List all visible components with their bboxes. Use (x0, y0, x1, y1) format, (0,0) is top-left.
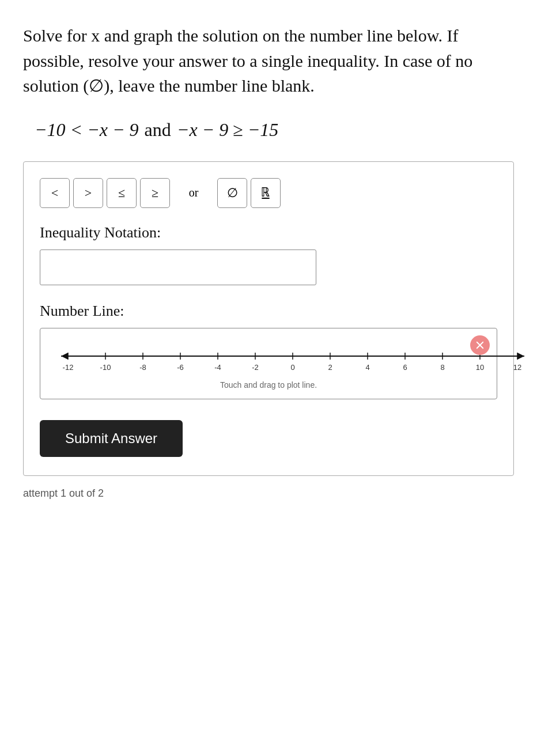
svg-text:10: 10 (476, 363, 484, 372)
number-line-svg[interactable]: -12 -10 -8 -6 -4 -2 0 2 4 6 8 10 12 (51, 339, 486, 376)
real-numbers-button[interactable]: ℝ (251, 178, 281, 208)
svg-text:6: 6 (403, 363, 407, 372)
svg-text:-2: -2 (252, 363, 259, 372)
svg-text:12: 12 (513, 363, 521, 372)
answer-box: < > ≤ ≥ or ∅ ℝ Inequality Notation: Numb… (23, 161, 514, 476)
svg-text:4: 4 (365, 363, 369, 372)
svg-text:-8: -8 (139, 363, 146, 372)
less-equal-button[interactable]: ≤ (107, 178, 137, 208)
equation-connector: and (145, 119, 171, 141)
equation-left: −10 < −x − 9 (35, 119, 139, 141)
svg-text:-12: -12 (63, 363, 74, 372)
svg-text:2: 2 (328, 363, 332, 372)
instructions-text: Solve for x and graph the solution on th… (23, 23, 514, 99)
symbol-buttons-row: < > ≤ ≥ or ∅ ℝ (40, 178, 497, 208)
equation-right: −x − 9 ≥ −15 (177, 119, 279, 141)
submit-answer-button[interactable]: Submit Answer (40, 420, 183, 457)
number-line-label: Number Line: (40, 303, 497, 320)
greater-equal-button[interactable]: ≥ (140, 178, 170, 208)
or-button[interactable]: or (173, 178, 214, 208)
svg-marker-3 (61, 353, 68, 360)
svg-text:-10: -10 (100, 363, 111, 372)
svg-text:8: 8 (440, 363, 444, 372)
number-line-container: -12 -10 -8 -6 -4 -2 0 2 4 6 8 10 12 Touc… (40, 328, 497, 399)
svg-text:-4: -4 (214, 363, 221, 372)
clear-number-line-button[interactable] (470, 335, 490, 355)
footer-text: attempt 1 out of 2 (23, 487, 514, 500)
number-line-drag-hint: Touch and drag to plot line. (51, 380, 486, 390)
less-than-button[interactable]: < (40, 178, 70, 208)
inequality-notation-input[interactable] (40, 250, 316, 285)
empty-set-button[interactable]: ∅ (217, 178, 247, 208)
greater-than-button[interactable]: > (73, 178, 103, 208)
svg-text:0: 0 (290, 363, 294, 372)
svg-text:-6: -6 (177, 363, 184, 372)
svg-marker-4 (517, 353, 524, 360)
inequality-notation-label: Inequality Notation: (40, 224, 497, 241)
equation-row: −10 < −x − 9 and −x − 9 ≥ −15 (23, 119, 514, 141)
